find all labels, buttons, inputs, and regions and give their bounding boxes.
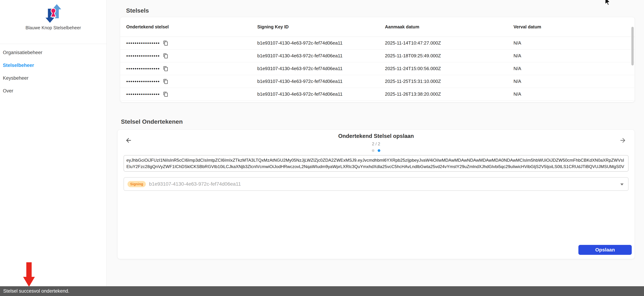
signing-key-id-cell: b1e93107-4130-4e63-972c-fef74d06ea11 (251, 66, 379, 71)
ondertekend-stelsel-cell: •••••••••••••••• (120, 40, 251, 46)
copy-icon[interactable] (163, 92, 168, 97)
snackbar: Stelsel succesvol ondertekend. (0, 286, 644, 296)
ondertekend-stelsel-cell: •••••••••••••••• (120, 79, 251, 84)
table-header-row: Ondertekend stelsel Signing Key ID Aanma… (120, 17, 634, 37)
table-body: •••••••••••••••• b1e93107-4130-4e63-972c… (120, 37, 634, 101)
copy-icon[interactable] (163, 53, 168, 59)
page-indicator: 2 / 2 (118, 142, 634, 147)
signing-key-select[interactable]: Signing b1e93107-4130-4e63-972c-fef74d06… (124, 177, 628, 191)
table-row[interactable]: •••••••••••••••• b1e93107-4130-4e63-972c… (120, 88, 634, 101)
copy-icon[interactable] (163, 66, 168, 71)
stelsels-heading: Stelsels (126, 7, 149, 14)
verval-datum-cell: N/A (508, 40, 634, 46)
verval-datum-cell: N/A (508, 66, 634, 71)
signing-key-select-value: b1e93107-4130-4e63-972c-fef74d06ea11 (149, 181, 241, 187)
pagination-dot-1[interactable] (372, 149, 374, 152)
aanmaak-datum-cell: 2025-11-18T09:25:49.000Z (379, 53, 508, 59)
sidebar-nav-item[interactable]: Keysbeheer (0, 72, 106, 84)
sidebar: Blauwe Knop Stelselbeheer Organisatiebeh… (0, 0, 107, 296)
sidebar-header: Blauwe Knop Stelselbeheer (0, 3, 106, 44)
app-logo-icon (43, 3, 64, 24)
signing-key-id-cell: b1e93107-4130-4e63-972c-fef74d06ea11 (251, 79, 379, 84)
main-content: Stelsels Ondertekend stelsel Signing Key… (107, 0, 644, 296)
sidebar-nav-label: Keysbeheer (3, 75, 28, 81)
verval-datum-cell: N/A (508, 53, 634, 59)
aanmaak-datum-cell: 2025-11-25T15:31:10.000Z (379, 79, 508, 84)
sign-card-title: Ondertekend Stelsel opslaan (118, 133, 634, 139)
signing-badge: Signing (128, 181, 146, 187)
chevron-down-icon (620, 183, 624, 185)
pagination-dots (118, 149, 634, 152)
table-row[interactable]: •••••••••••••••• b1e93107-4130-4e63-972c… (120, 75, 634, 88)
sidebar-nav-label: Over (3, 88, 13, 94)
sidebar-nav-item[interactable]: Over (0, 84, 106, 97)
table-column-header: Aanmaak datum (379, 24, 508, 29)
table-column-header: Verval datum (508, 24, 634, 29)
aanmaak-datum-cell: 2025-11-14T10:47:27.000Z (379, 40, 508, 46)
signed-stelsel-jwt-textarea[interactable]: eyJhbGciOiJFUzI1NiIsInR5cCI6Imp3dCIsImtp… (124, 155, 628, 172)
table-scrollbar-thumb[interactable] (632, 27, 634, 65)
stelsels-table-card: Ondertekend stelsel Signing Key ID Aanma… (120, 17, 635, 102)
masked-stelsel-value: •••••••••••••••• (126, 53, 160, 58)
sidebar-nav: Organisatiebeheer Stelselbeheer Keysbehe… (0, 44, 106, 97)
save-button[interactable]: Opslaan (578, 245, 632, 255)
copy-icon[interactable] (163, 79, 168, 84)
sidebar-nav-label: Stelselbeheer (3, 63, 34, 68)
table-column-header: Ondertekend stelsel (120, 24, 251, 29)
sign-section-heading: Stelsel Ondertekenen (121, 118, 183, 125)
annotation-red-down-arrow-icon (23, 262, 35, 287)
signing-key-id-cell: b1e93107-4130-4e63-972c-fef74d06ea11 (251, 40, 379, 46)
verval-datum-cell: N/A (508, 79, 634, 84)
sidebar-nav-item[interactable]: Stelselbeheer (0, 59, 106, 72)
table-row[interactable]: •••••••••••••••• b1e93107-4130-4e63-972c… (120, 62, 634, 75)
sign-card-header: Ondertekend Stelsel opslaan 2 / 2 (118, 133, 634, 152)
masked-stelsel-value: •••••••••••••••• (126, 66, 160, 71)
signing-key-id-cell: b1e93107-4130-4e63-972c-fef74d06ea11 (251, 91, 379, 97)
ondertekend-stelsel-cell: •••••••••••••••• (120, 53, 251, 59)
sidebar-nav-item[interactable]: Organisatiebeheer (0, 46, 106, 59)
copy-icon[interactable] (163, 40, 168, 46)
ondertekend-stelsel-cell: •••••••••••••••• (120, 66, 251, 71)
sidebar-nav-label: Organisatiebeheer (3, 50, 42, 55)
table-row[interactable]: •••••••••••••••• b1e93107-4130-4e63-972c… (120, 49, 634, 62)
ondertekend-stelsel-cell: •••••••••••••••• (120, 92, 251, 97)
aanmaak-datum-cell: 2025-11-24T15:00:56.000Z (379, 66, 508, 71)
pagination-dot-2[interactable] (378, 149, 380, 152)
table-row[interactable]: •••••••••••••••• b1e93107-4130-4e63-972c… (120, 37, 634, 49)
signing-key-id-cell: b1e93107-4130-4e63-972c-fef74d06ea11 (251, 53, 379, 59)
sign-card: Ondertekend Stelsel opslaan 2 / 2 eyJhbG… (117, 130, 635, 259)
mouse-cursor-icon (604, 0, 611, 7)
aanmaak-datum-cell: 2025-11-26T13:38:20.000Z (379, 91, 508, 97)
masked-stelsel-value: •••••••••••••••• (126, 79, 160, 84)
masked-stelsel-value: •••••••••••••••• (126, 92, 160, 97)
table-column-header: Signing Key ID (251, 24, 379, 29)
masked-stelsel-value: •••••••••••••••• (126, 41, 160, 46)
snackbar-message: Stelsel succesvol ondertekend. (3, 288, 69, 294)
verval-datum-cell: N/A (508, 91, 634, 97)
app-title: Blauwe Knop Stelselbeheer (0, 25, 106, 30)
